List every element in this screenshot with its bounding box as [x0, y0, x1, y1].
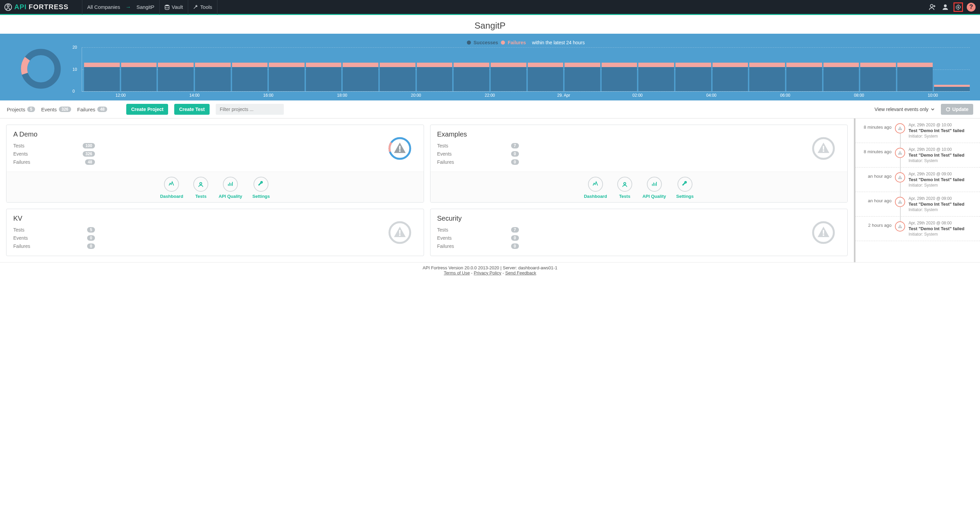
svg-point-1 — [7, 5, 9, 7]
event-date: Apr, 29th 2020 @ 10:00 — [908, 123, 975, 128]
legend-fail-label: Failures — [508, 40, 526, 45]
legend-period: within the latest 24 hours — [532, 40, 585, 45]
project-title[interactable]: KV — [13, 215, 383, 222]
chevron-down-icon — [931, 107, 935, 112]
event-initiator: Initiator: System — [908, 158, 975, 163]
event-initiator: Initiator: System — [908, 232, 975, 237]
tab-events-count: 326 — [59, 107, 71, 112]
nav-tools[interactable]: Tools — [188, 0, 218, 14]
warning-icon — [895, 221, 905, 231]
legend-fail-dot — [501, 40, 505, 45]
svg-rect-14 — [823, 146, 824, 150]
project-title[interactable]: A Demo — [13, 131, 383, 138]
project-title[interactable]: Security — [437, 215, 807, 222]
svg-rect-25 — [900, 177, 900, 178]
stat-tests-label: Tests — [437, 227, 449, 233]
stat-failures-value: 0 — [87, 244, 95, 249]
action-tests[interactable]: Tests — [193, 177, 208, 199]
nav-all-companies[interactable]: All Companies → SangitP — [82, 0, 159, 14]
tab-events[interactable]: Events 326 — [41, 107, 71, 112]
svg-point-3 — [930, 5, 933, 7]
update-button[interactable]: Update — [941, 104, 973, 115]
nav-items: All Companies → SangitP Vault Tools — [82, 0, 217, 14]
project-ring-icon — [807, 215, 840, 250]
nav-company-label: SangitP — [137, 4, 154, 10]
tab-failures[interactable]: Failures 48 — [77, 107, 108, 112]
warning-icon — [895, 172, 905, 182]
view-events-label: View relevant events only — [875, 107, 929, 112]
event-row[interactable]: 2 hours ago Apr, 29th 2020 @ 08:00 Test … — [856, 217, 980, 241]
event-date: Apr, 29th 2020 @ 09:00 — [908, 172, 975, 176]
footer-feedback-link[interactable]: Send Feedback — [505, 270, 536, 276]
chart-legend: Successes Failures within the latest 24 … — [82, 40, 970, 45]
svg-rect-11 — [399, 146, 401, 150]
view-events-dropdown[interactable]: View relevant events only — [875, 107, 935, 112]
event-row[interactable]: 8 minutes ago Apr, 29th 2020 @ 10:00 Tes… — [856, 143, 980, 167]
help-icon[interactable]: ? — [966, 2, 976, 12]
action-tests[interactable]: Tests — [617, 177, 632, 199]
project-card: Examples Tests7 Events0 Failures0 Dashbo… — [430, 124, 848, 203]
svg-point-6 — [24, 52, 57, 86]
project-card: A Demo Tests100 Events326 Failures48 Das… — [6, 124, 424, 203]
logo-api: API — [14, 3, 27, 11]
action-dashboard[interactable]: Dashboard — [160, 177, 183, 199]
event-row[interactable]: an hour ago Apr, 29th 2020 @ 09:00 Test … — [856, 192, 980, 217]
settings-gear-icon[interactable] — [953, 2, 963, 12]
action-settings[interactable]: Settings — [676, 177, 694, 199]
tab-projects[interactable]: Projects 5 — [7, 107, 35, 112]
nav-icons: ? — [928, 2, 976, 12]
create-project-button[interactable]: Create Project — [126, 104, 168, 115]
footer-privacy-link[interactable]: Privacy Policy — [474, 270, 501, 276]
action-dashboard[interactable]: Dashboard — [584, 177, 607, 199]
nav-all-companies-label: All Companies — [87, 4, 120, 10]
logo[interactable]: APIFORTRESS — [4, 3, 68, 11]
svg-rect-29 — [900, 226, 900, 227]
svg-rect-21 — [900, 128, 900, 129]
stat-tests-value: 7 — [511, 227, 519, 233]
project-ring-icon — [807, 131, 840, 166]
action-label: Settings — [253, 194, 270, 199]
svg-point-24 — [900, 153, 900, 154]
stat-tests-label: Tests — [13, 227, 24, 233]
user-icon[interactable] — [940, 2, 950, 12]
project-title[interactable]: Examples — [437, 131, 807, 138]
arrow-right-icon: → — [126, 4, 131, 10]
legend-success-label: Successes — [474, 40, 498, 45]
nav-tools-label: Tools — [200, 4, 212, 10]
warning-icon — [895, 123, 905, 134]
main: A Demo Tests100 Events326 Failures48 Das… — [0, 118, 980, 262]
toolbar: Projects 5 Events 326 Failures 48 Create… — [0, 100, 980, 118]
action-label: Settings — [676, 194, 694, 199]
svg-point-4 — [944, 5, 947, 7]
action-api-quality[interactable]: API Quality — [218, 177, 242, 199]
event-date: Apr, 29th 2020 @ 10:00 — [908, 147, 975, 152]
stat-failures-value: 0 — [511, 244, 519, 249]
event-row[interactable]: 8 minutes ago Apr, 29th 2020 @ 10:00 Tes… — [856, 118, 980, 143]
project-card: Security Tests7 Events0 Failures0 — [430, 209, 848, 256]
stat-failures-label: Failures — [13, 159, 30, 165]
x-axis: 12:0014:0016:0018:0020:0022:0029. Apr02:… — [84, 92, 970, 98]
nav-vault[interactable]: Vault — [159, 0, 188, 14]
filter-projects-input[interactable] — [216, 104, 284, 115]
event-row[interactable]: an hour ago Apr, 29th 2020 @ 09:00 Test … — [856, 167, 980, 192]
add-user-icon[interactable] — [928, 2, 937, 12]
action-label: Tests — [195, 194, 207, 199]
event-time: 8 minutes ago — [861, 147, 891, 154]
event-date: Apr, 29th 2020 @ 08:00 — [908, 221, 975, 225]
update-label: Update — [953, 107, 969, 112]
stat-tests-label: Tests — [13, 143, 24, 148]
stat-events-label: Events — [13, 235, 28, 241]
stat-events-label: Events — [437, 235, 452, 241]
logo-fortress: FORTRESS — [29, 3, 68, 11]
action-api-quality[interactable]: API Quality — [643, 177, 666, 199]
action-label: API Quality — [218, 194, 242, 199]
svg-point-10 — [399, 150, 401, 152]
action-label: Dashboard — [160, 194, 183, 199]
footer-terms-link[interactable]: Terms of Use — [444, 270, 470, 276]
event-message: Test "Demo Int Test" failed — [908, 202, 975, 207]
action-label: Dashboard — [584, 194, 607, 199]
create-test-button[interactable]: Create Test — [174, 104, 209, 115]
stat-tests-value: 100 — [83, 143, 95, 148]
action-settings[interactable]: Settings — [253, 177, 270, 199]
svg-point-16 — [399, 234, 401, 236]
